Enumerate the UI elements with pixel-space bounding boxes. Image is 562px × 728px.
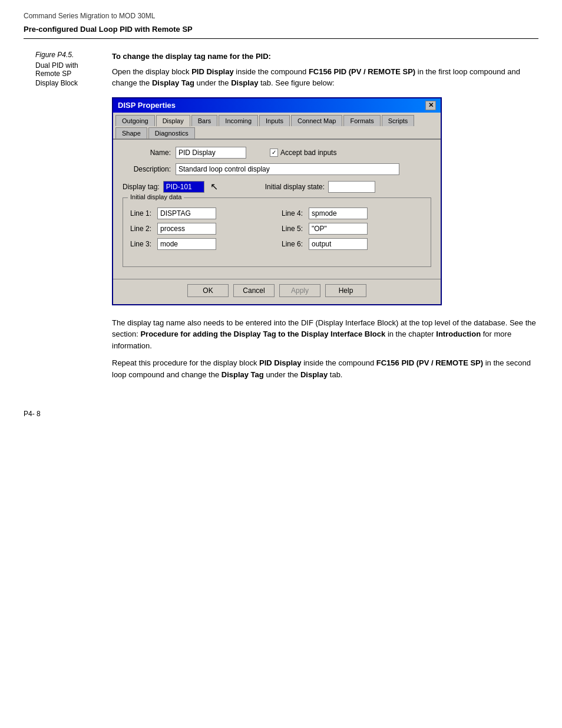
apply-button[interactable]: Apply xyxy=(279,284,320,297)
line2-label: Line 2: xyxy=(130,225,154,233)
accept-bad-checkbox[interactable]: ✓ xyxy=(270,149,278,157)
line5-label: Line 5: xyxy=(282,225,305,233)
figure-label: Figure P4.5. xyxy=(35,51,100,59)
tab-bars[interactable]: Bars xyxy=(191,115,218,126)
initial-state-input[interactable] xyxy=(328,181,375,193)
line4-label: Line 4: xyxy=(282,209,305,218)
page-number: P4- 8 xyxy=(24,410,41,418)
line6-label: Line 6: xyxy=(282,240,305,248)
line6-row: Line 6: xyxy=(282,238,424,250)
figure-caption-line2: Display Block xyxy=(35,79,100,87)
dialog-close-button[interactable]: ✕ xyxy=(425,101,436,110)
line4-input[interactable] xyxy=(309,207,368,219)
name-label: Name: xyxy=(123,149,176,157)
name-input[interactable] xyxy=(176,147,246,159)
description-label: Description: xyxy=(123,165,176,173)
line4-row: Line 4: xyxy=(282,207,424,219)
initial-data-legend: Initial display data xyxy=(128,193,184,200)
lines-grid: Line 1: Line 4: Line 2: Line 5: xyxy=(130,207,424,250)
below-paragraph-1: The display tag name also needs to be en… xyxy=(112,317,538,352)
intro-paragraph: Open the display block PID Display insid… xyxy=(112,66,538,89)
tag-state-row: Display tag: ↖ Initial display state: xyxy=(123,181,431,193)
dialog-body: Name: ✓ Accept bad inputs Description: xyxy=(113,140,441,279)
tab-connect-map[interactable]: Connect Map xyxy=(291,115,342,126)
below-section: The display tag name also needs to be en… xyxy=(112,317,538,381)
cancel-button[interactable]: Cancel xyxy=(233,284,275,297)
display-tag-section: Display tag: ↖ xyxy=(123,181,218,193)
figure-caption-line1: Dual PID with Remote SP xyxy=(35,61,100,78)
tab-scripts[interactable]: Scripts xyxy=(382,115,415,126)
tab-shape[interactable]: Shape xyxy=(115,127,147,139)
description-input[interactable] xyxy=(176,163,399,175)
accept-bad-section: ✓ Accept bad inputs xyxy=(270,149,336,157)
tab-inputs[interactable]: Inputs xyxy=(259,115,290,126)
section-title: Pre-configured Dual Loop PID with Remote… xyxy=(24,25,538,34)
line6-input[interactable] xyxy=(309,238,368,250)
dialog-titlebar: DISP Properties ✕ xyxy=(113,98,441,113)
disp-properties-dialog: DISP Properties ✕ Outgoing Display Bars … xyxy=(112,97,442,305)
below-paragraph-2: Repeat this procedure for the display bl… xyxy=(112,357,538,380)
doc-header: Command Series Migration to MOD 30ML Pre… xyxy=(24,12,538,39)
tab-diagnostics[interactable]: Diagnostics xyxy=(148,127,195,139)
tab-incoming[interactable]: Incoming xyxy=(219,115,258,126)
line5-row: Line 5: xyxy=(282,223,424,235)
line1-row: Line 1: xyxy=(130,207,272,219)
line2-input[interactable] xyxy=(157,223,216,235)
tab-outgoing[interactable]: Outgoing xyxy=(115,115,155,126)
line3-label: Line 3: xyxy=(130,240,154,248)
section-heading: To change the display tag name for the P… xyxy=(112,51,538,62)
cursor-icon: ↖ xyxy=(210,181,218,192)
accept-bad-label: Accept bad inputs xyxy=(280,149,336,157)
dialog-tabs: Outgoing Display Bars Incoming Inputs Co… xyxy=(113,113,441,140)
name-row: Name: ✓ Accept bad inputs xyxy=(123,147,431,159)
line3-input[interactable] xyxy=(157,238,216,250)
line1-label: Line 1: xyxy=(130,209,154,218)
line3-row: Line 3: xyxy=(130,238,272,250)
figure-caption-area: Figure P4.5. Dual PID with Remote SP Dis… xyxy=(35,51,100,386)
tab-display[interactable]: Display xyxy=(156,115,190,127)
line2-row: Line 2: xyxy=(130,223,272,235)
dialog-title: DISP Properties xyxy=(118,101,176,110)
initial-state-section: Initial display state: xyxy=(265,181,375,193)
help-button[interactable]: Help xyxy=(325,284,366,297)
display-tag-input[interactable] xyxy=(163,181,204,193)
page-footer: P4- 8 xyxy=(24,410,538,418)
description-row: Description: xyxy=(123,163,431,175)
breadcrumb: Command Series Migration to MOD 30ML xyxy=(24,12,538,20)
main-content-area: To change the display tag name for the P… xyxy=(112,51,538,386)
upper-text: To change the display tag name for the P… xyxy=(112,51,538,89)
ok-button[interactable]: OK xyxy=(187,284,229,297)
line1-input[interactable] xyxy=(157,207,216,219)
initial-data-group: Initial display data Line 1: Line 4: Lin… xyxy=(123,197,431,267)
line5-input[interactable] xyxy=(309,223,368,235)
tab-formats[interactable]: Formats xyxy=(343,115,380,126)
dialog-footer: OK Cancel Apply Help xyxy=(113,279,441,304)
initial-state-label: Initial display state: xyxy=(265,183,325,191)
display-tag-label: Display tag: xyxy=(123,183,160,191)
